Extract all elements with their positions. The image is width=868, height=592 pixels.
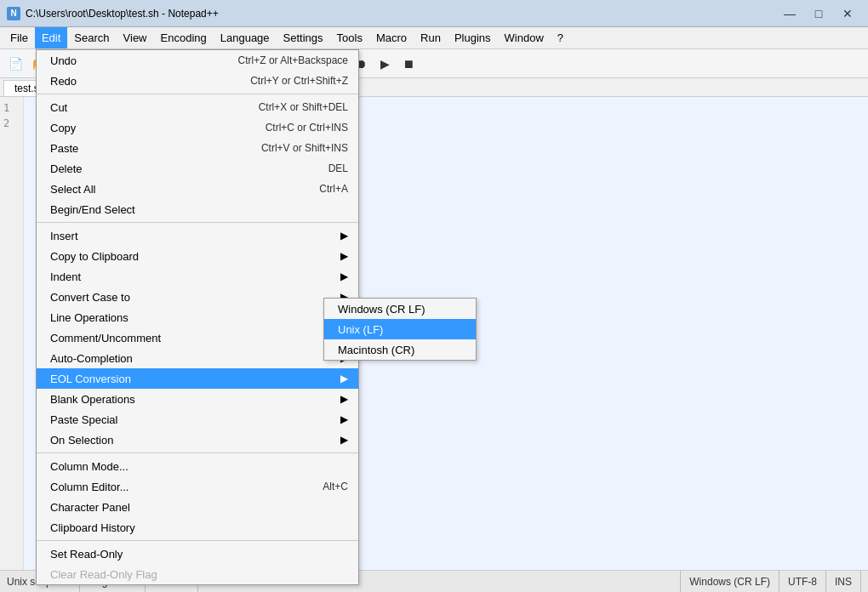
menu-file[interactable]: File [3,27,35,48]
windows-crlf-label: Windows (CR LF) [338,303,425,316]
menu-item-line-ops[interactable]: Line Operations ▶ [37,307,358,327]
edit-dropdown-menu: Undo Ctrl+Z or Alt+Backspace Redo Ctrl+Y… [36,49,359,585]
menu-item-char-panel[interactable]: Character Panel [37,497,358,517]
blank-ops-arrow: ▶ [340,393,348,405]
copy-clipboard-label: Copy to Clipboard [50,250,139,263]
clipboard-history-label: Clipboard History [50,521,135,534]
menu-item-select-all[interactable]: Select All Ctrl+A [37,179,358,199]
paste-label: Paste [50,142,78,155]
minimize-button[interactable]: — [776,3,803,24]
menu-item-copy[interactable]: Copy Ctrl+C or Ctrl+INS [37,117,358,138]
mac-cr-label: Macintosh (CR) [338,344,414,356]
sep-1 [37,94,358,94]
menu-item-auto-complete[interactable]: Auto-Completion ▶ [37,348,358,368]
copy-clipboard-arrow: ▶ [340,250,348,262]
char-panel-label: Character Panel [50,501,130,514]
on-selection-label: On Selection [50,434,113,447]
on-selection-arrow: ▶ [340,434,348,446]
menu-item-eol-conversion[interactable]: EOL Conversion ▶ [37,368,358,389]
eol-submenu: Windows (CR LF) Unix (LF) Macintosh (CR) [323,298,477,361]
line-ops-label: Line Operations [50,311,128,324]
menu-run[interactable]: Run [414,27,448,48]
paste-special-label: Paste Special [50,413,118,426]
submenu-windows-crlf[interactable]: Windows (CR LF) [324,299,476,319]
sep-3 [37,453,358,453]
convert-case-label: Convert Case to [50,291,130,304]
column-editor-label: Column Editor... [50,481,129,493]
menu-item-blank-ops[interactable]: Blank Operations ▶ [37,389,358,409]
menu-macro[interactable]: Macro [369,27,414,48]
menu-window[interactable]: Window [498,27,551,48]
unix-lf-label: Unix (LF) [338,323,383,336]
menu-search[interactable]: Search [67,27,116,48]
delete-label: Delete [50,162,83,175]
menu-item-column-mode[interactable]: Column Mode... [37,456,358,476]
menu-item-cut[interactable]: Cut Ctrl+X or Shift+DEL [37,97,358,117]
copy-label: Copy [50,122,76,134]
redo-label: Redo [50,75,77,88]
submenu-unix-lf[interactable]: Unix (LF) [324,319,476,339]
menu-item-paste-special[interactable]: Paste Special ▶ [37,409,358,430]
menu-language[interactable]: Language [214,27,277,48]
menu-tools[interactable]: Tools [330,27,369,48]
menu-plugins[interactable]: Plugins [448,27,498,48]
cut-label: Cut [50,101,67,114]
select-all-shortcut: Ctrl+A [319,183,348,195]
submenu-mac-cr[interactable]: Macintosh (CR) [324,339,476,360]
menu-item-indent[interactable]: Indent ▶ [37,266,358,287]
menu-item-comment[interactable]: Comment/Uncomment ▶ [37,327,358,348]
menu-item-column-editor[interactable]: Column Editor... Alt+C [37,476,358,497]
cut-shortcut: Ctrl+X or Shift+DEL [259,101,348,113]
menu-item-paste[interactable]: Paste Ctrl+V or Shift+INS [37,138,358,158]
paste-special-arrow: ▶ [340,413,348,425]
eol-conversion-arrow: ▶ [340,373,348,384]
undo-shortcut: Ctrl+Z or Alt+Backspace [238,54,348,66]
status-eol: Windows (CR LF) [681,571,779,592]
eol-conversion-label: EOL Conversion [50,373,131,385]
menu-item-redo[interactable]: Redo Ctrl+Y or Ctrl+Shift+Z [37,71,358,91]
sep-2 [37,222,358,223]
insert-label: Insert [50,230,78,242]
column-mode-label: Column Mode... [50,460,128,473]
menu-bar: File Edit Search View Encoding Language … [0,27,868,49]
paste-shortcut: Ctrl+V or Shift+INS [261,142,348,154]
app-icon: N [7,7,20,20]
column-editor-shortcut: Alt+C [323,481,348,492]
menu-view[interactable]: View [117,27,154,48]
title-bar-controls: — □ ✕ [776,3,861,24]
toolbar-stop-macro[interactable]: ⏹ [397,53,420,75]
menu-item-undo[interactable]: Undo Ctrl+Z or Alt+Backspace [37,50,358,71]
status-encoding: UTF-8 [779,571,826,592]
menu-item-delete[interactable]: Delete DEL [37,158,358,179]
copy-shortcut: Ctrl+C or Ctrl+INS [266,122,348,134]
clear-readonly-label: Clear Read-Only Flag [50,568,157,581]
indent-label: Indent [50,270,81,283]
insert-arrow: ▶ [340,230,348,242]
menu-item-set-readonly[interactable]: Set Read-Only [37,544,358,564]
line-numbers: 1 2 [0,97,24,589]
comment-label: Comment/Uncomment [50,332,161,344]
sep-4 [37,540,358,541]
delete-shortcut: DEL [328,162,348,174]
title-bar: N C:\Users\root\Desktop\test.sh - Notepa… [0,0,868,27]
menu-edit[interactable]: Edit [35,27,67,48]
menu-item-clipboard-history[interactable]: Clipboard History [37,517,358,538]
menu-item-copy-clipboard[interactable]: Copy to Clipboard ▶ [37,246,358,266]
maximize-button[interactable]: □ [805,3,832,24]
menu-item-convert-case[interactable]: Convert Case to ▶ [37,287,358,307]
menu-item-clear-readonly: Clear Read-Only Flag [37,564,358,584]
menu-item-on-selection[interactable]: On Selection ▶ [37,430,358,450]
set-readonly-label: Set Read-Only [50,548,123,561]
menu-item-insert[interactable]: Insert ▶ [37,225,358,246]
auto-complete-label: Auto-Completion [50,352,133,365]
title-bar-text: C:\Users\root\Desktop\test.sh - Notepad+… [26,8,776,20]
undo-label: Undo [50,54,77,67]
close-button[interactable]: ✕ [834,3,861,24]
toolbar-new[interactable]: 📄 [4,53,26,75]
menu-item-begin-end[interactable]: Begin/End Select [37,199,358,219]
menu-settings[interactable]: Settings [277,27,330,48]
toolbar-run-macro[interactable]: ▶ [374,53,396,75]
menu-encoding[interactable]: Encoding [154,27,214,48]
menu-help[interactable]: ? [551,27,570,48]
select-all-label: Select All [50,183,95,196]
